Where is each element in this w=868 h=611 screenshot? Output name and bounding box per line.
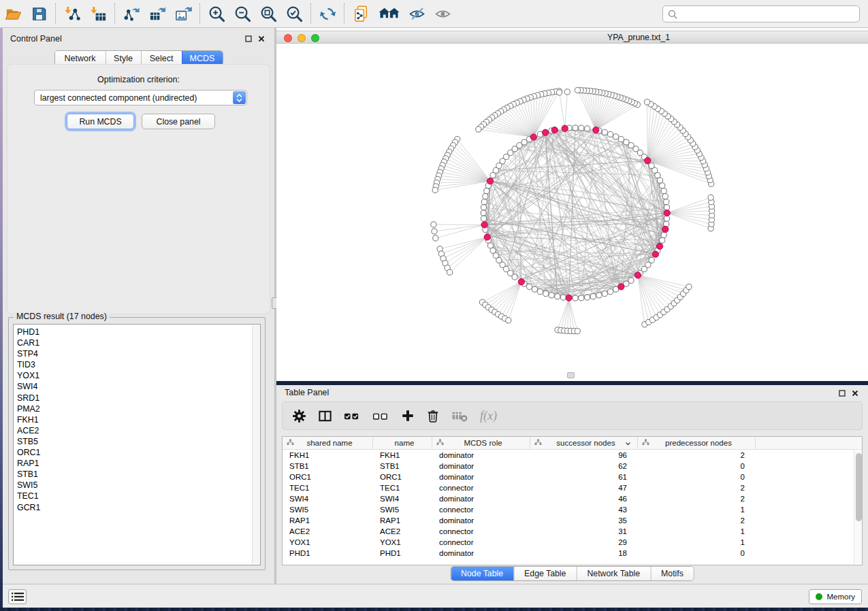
close-panel-button[interactable]: [851, 389, 859, 397]
mcds-result-item[interactable]: SRD1: [17, 393, 260, 403]
mcds-result-item[interactable]: STB5: [17, 436, 260, 447]
column-header-predecessor-nodes[interactable]: predecessor nodes: [638, 437, 756, 449]
list-icon: [12, 592, 24, 601]
tab-motifs[interactable]: Motifs: [650, 567, 694, 580]
zoom-fit-button[interactable]: [255, 2, 281, 25]
zoom-selected-icon: [285, 5, 304, 23]
run-mcds-button[interactable]: Run MCDS: [67, 114, 134, 129]
maximize-window-traffic-light[interactable]: [311, 34, 319, 42]
deselect-all-button[interactable]: [372, 409, 389, 423]
table-row[interactable]: YOX1YOX1connector291: [283, 537, 862, 548]
column-header-successor-nodes[interactable]: successor nodes: [530, 437, 638, 449]
tab-node-table[interactable]: Node Table: [451, 567, 513, 580]
mcds-result-item[interactable]: ORC1: [17, 447, 260, 458]
mcds-result-item[interactable]: STB1: [17, 469, 260, 480]
cell-successor-nodes: 62: [530, 462, 638, 470]
mcds-result-item[interactable]: SWI5: [17, 480, 260, 491]
mcds-result-item[interactable]: ACE2: [17, 425, 260, 436]
zoom-in-icon: [208, 5, 226, 23]
search-field[interactable]: [662, 5, 860, 22]
zoom-in-button[interactable]: [204, 2, 229, 25]
memory-label: Memory: [826, 593, 855, 601]
save-button[interactable]: [26, 2, 52, 25]
mcds-result-groupbox: MCDS result (17 nodes) PHD1CAR1STP4TID3Y…: [8, 317, 266, 570]
zoom-selected-button[interactable]: [281, 2, 307, 25]
export-table-button[interactable]: [144, 2, 170, 25]
close-window-traffic-light[interactable]: [284, 34, 292, 42]
tab-network[interactable]: Network: [55, 51, 106, 65]
mcds-result-item[interactable]: FKH1: [17, 414, 260, 425]
network-window-titlebar[interactable]: YPA_prune.txt_1: [276, 31, 868, 44]
mcds-result-item[interactable]: PHD1: [17, 327, 260, 337]
mcds-result-item[interactable]: YOX1: [17, 370, 260, 381]
table-row[interactable]: STB1STB1dominator620: [283, 461, 862, 472]
table-scrollbar[interactable]: [854, 450, 862, 564]
tab-mcds[interactable]: MCDS: [182, 51, 223, 65]
column-header-name[interactable]: name: [373, 437, 432, 449]
close-icon: [852, 390, 858, 397]
table-row[interactable]: PHD1PHD1dominator180: [283, 548, 862, 559]
show-elements-button[interactable]: [430, 2, 455, 25]
table-row[interactable]: ORC1ORC1dominator610: [283, 472, 862, 482]
column-header-shared-name[interactable]: shared name: [283, 437, 373, 449]
mcds-result-item[interactable]: RAP1: [17, 458, 260, 469]
table-row[interactable]: SWI5SWI5connector431: [283, 504, 862, 515]
tab-select[interactable]: Select: [141, 51, 182, 65]
close-panel-button[interactable]: [257, 35, 266, 43]
clone-network-button[interactable]: [348, 2, 374, 25]
automation-panel-button[interactable]: [8, 589, 27, 604]
minimize-window-traffic-light[interactable]: [298, 34, 306, 42]
search-input[interactable]: [681, 9, 854, 20]
table-row[interactable]: FKH1FKH1dominator962: [283, 450, 862, 461]
mcds-result-item[interactable]: PMA2: [17, 403, 260, 414]
table-row[interactable]: SWI4SWI4dominator462: [283, 493, 862, 504]
column-header-mcds-role[interactable]: MCDS role: [432, 437, 530, 449]
table-row[interactable]: ACE2ACE2connector311: [283, 526, 862, 537]
close-icon: [258, 35, 265, 42]
import-network-button[interactable]: [59, 2, 85, 25]
cell-predecessor-nodes: 0: [638, 473, 756, 481]
import-table-button[interactable]: [85, 2, 111, 25]
horizontal-splitter-handle[interactable]: [567, 372, 575, 378]
memory-button[interactable]: Memory: [809, 589, 862, 604]
mcds-result-item[interactable]: GCR1: [17, 502, 260, 513]
network-overview-button[interactable]: [374, 2, 404, 25]
select-all-button[interactable]: [344, 409, 361, 423]
tab-edge-table[interactable]: Edge Table: [513, 567, 576, 580]
tab-style[interactable]: Style: [106, 51, 141, 65]
table-panel-tabs: Node TableEdge TableNetwork TableMotifs: [450, 566, 694, 581]
tab-network-table[interactable]: Network Table: [576, 567, 650, 580]
mcds-list-scrollbar[interactable]: [252, 325, 259, 564]
open-file-button[interactable]: [0, 2, 26, 25]
network-canvas[interactable]: [276, 44, 868, 381]
show-column-button[interactable]: [318, 409, 332, 423]
table-scrollbar-thumb[interactable]: [856, 453, 862, 521]
float-panel-button[interactable]: [244, 35, 253, 43]
table-row[interactable]: TEC1TEC1connector472: [283, 482, 862, 493]
cell-successor-nodes: 18: [530, 549, 638, 557]
network-graph[interactable]: [276, 44, 868, 381]
add-column-button[interactable]: [401, 409, 415, 423]
table-settings-button[interactable]: [292, 409, 306, 423]
mcds-result-item[interactable]: STP4: [17, 348, 260, 359]
float-panel-button[interactable]: [838, 389, 846, 397]
mcds-result-list[interactable]: PHD1CAR1STP4TID3YOX1SWI4SRD1PMA2FKH1ACE2…: [13, 324, 261, 565]
close-panel-button[interactable]: Close panel: [142, 114, 215, 129]
zoom-out-button[interactable]: [229, 2, 255, 25]
mcds-result-title: MCDS result (17 nodes): [14, 312, 110, 321]
mcds-result-item[interactable]: TID3: [17, 359, 260, 370]
hide-elements-button[interactable]: [404, 2, 430, 25]
refresh-layout-button[interactable]: [315, 2, 340, 25]
optimization-criterion-select[interactable]: largest connected component (undirected): [34, 90, 247, 105]
table-row[interactable]: RAP1RAP1dominator352: [283, 515, 862, 526]
mcds-result-item[interactable]: TEC1: [17, 491, 260, 501]
node-table: shared namenameMCDS rolesuccessor nodesp…: [282, 436, 863, 565]
delete-column-button[interactable]: [426, 409, 440, 423]
cell-predecessor-nodes: 1: [638, 527, 756, 535]
cell-shared-name: RAP1: [283, 516, 373, 525]
mcds-result-item[interactable]: CAR1: [17, 337, 260, 348]
export-image-button[interactable]: [170, 2, 196, 25]
export-network-button[interactable]: [118, 2, 144, 25]
cell-name: FKH1: [373, 451, 432, 459]
mcds-result-item[interactable]: SWI4: [17, 381, 260, 392]
